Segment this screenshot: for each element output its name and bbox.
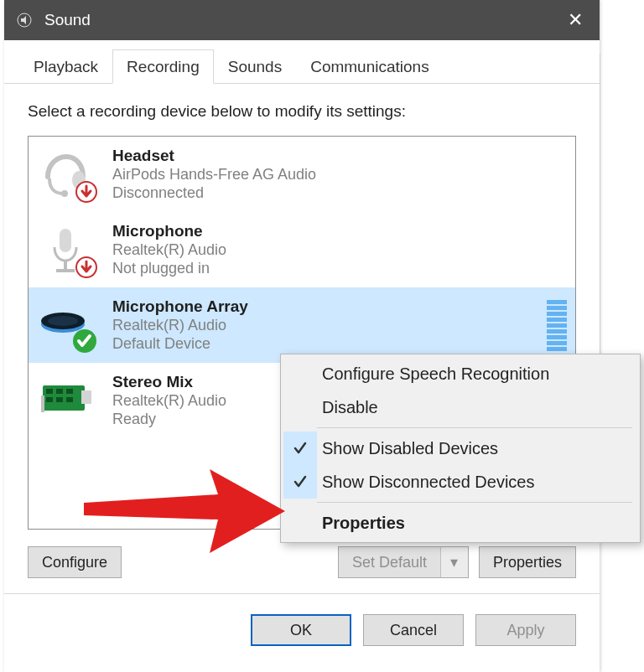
chevron-down-icon: ▾ <box>450 553 458 571</box>
menu-gutter <box>283 390 317 424</box>
svg-rect-20 <box>81 390 91 404</box>
sound-window: Sound ✕ Playback Recording Sounds Commun… <box>4 0 600 672</box>
device-item[interactable]: Headset AirPods Hands-Free AG Audio Disc… <box>29 137 575 212</box>
device-info: Stereo Mix Realtek(R) Audio Ready <box>96 373 226 429</box>
device-provider: Realtek(R) Audio <box>112 240 226 260</box>
device-provider: Realtek(R) Audio <box>112 316 248 335</box>
device-status: Not plugged in <box>112 259 226 278</box>
svg-rect-5 <box>64 261 67 269</box>
device-name: Microphone Array <box>112 297 248 316</box>
svg-rect-17 <box>56 397 63 402</box>
device-status: Disconnected <box>112 184 316 203</box>
device-item[interactable]: Microphone Realtek(R) Audio Not plugged … <box>29 212 575 287</box>
unplugged-badge-icon <box>75 256 97 282</box>
prompt-text: Select a recording device below to modif… <box>4 84 600 131</box>
tab-communications[interactable]: Communications <box>296 49 444 83</box>
device-name: Stereo Mix <box>112 373 226 391</box>
close-button[interactable]: ✕ <box>551 0 600 40</box>
stereo-mix-icon <box>35 370 96 431</box>
menu-separator <box>317 502 632 503</box>
window-title: Sound <box>44 11 91 29</box>
ok-button[interactable]: OK <box>251 614 351 646</box>
tab-playback[interactable]: Playback <box>19 49 112 83</box>
svg-point-2 <box>61 190 68 197</box>
level-meter <box>547 300 567 351</box>
ctx-label: Show Disconnected Devices <box>317 473 534 492</box>
ctx-show-disconnected[interactable]: Show Disconnected Devices <box>283 465 637 499</box>
svg-point-10 <box>48 316 78 326</box>
menu-separator <box>317 427 632 428</box>
dialog-footer: OK Cancel Apply <box>4 593 600 646</box>
tabstrip: Playback Recording Sounds Communications <box>4 47 600 84</box>
apply-button[interactable]: Apply <box>475 614 576 646</box>
svg-rect-4 <box>60 229 71 252</box>
svg-rect-19 <box>41 395 44 412</box>
set-default-dropdown[interactable]: ▾ <box>440 546 469 578</box>
client-area: Playback Recording Sounds Communications… <box>4 47 600 658</box>
menu-gutter <box>283 357 317 390</box>
context-menu[interactable]: Configure Speech Recognition Disable Sho… <box>280 354 641 543</box>
device-status: Ready <box>112 410 226 429</box>
svg-rect-13 <box>46 389 53 394</box>
properties-button[interactable]: Properties <box>479 546 576 578</box>
device-info: Headset AirPods Hands-Free AG Audio Disc… <box>96 147 316 203</box>
ctx-label: Configure Speech Recognition <box>317 364 549 384</box>
svg-rect-18 <box>66 397 73 402</box>
ctx-show-disabled[interactable]: Show Disabled Devices <box>283 432 637 465</box>
default-check-badge-icon <box>72 328 97 357</box>
device-item-selected[interactable]: Microphone Array Realtek(R) Audio Defaul… <box>29 287 575 363</box>
set-default-button[interactable]: Set Default <box>338 546 440 578</box>
svg-rect-15 <box>66 389 73 394</box>
titlebar: Sound ✕ <box>4 0 600 40</box>
device-status: Default Device <box>112 334 248 354</box>
device-info: Microphone Array Realtek(R) Audio Defaul… <box>96 297 248 354</box>
ctx-disable[interactable]: Disable <box>283 390 637 424</box>
microphone-icon <box>35 220 96 280</box>
menu-gutter <box>283 506 317 540</box>
disconnected-badge-icon <box>75 181 97 206</box>
ctx-properties[interactable]: Properties <box>283 506 637 540</box>
sound-app-icon <box>16 12 33 28</box>
svg-rect-14 <box>56 389 63 394</box>
ctx-label: Disable <box>317 398 378 417</box>
configure-button[interactable]: Configure <box>28 546 122 578</box>
check-icon <box>283 465 317 499</box>
device-provider: AirPods Hands-Free AG Audio <box>112 165 316 184</box>
ctx-configure-speech[interactable]: Configure Speech Recognition <box>283 357 637 390</box>
mic-array-icon <box>35 295 96 355</box>
device-info: Microphone Realtek(R) Audio Not plugged … <box>96 222 226 278</box>
ctx-label: Properties <box>317 514 405 533</box>
device-name: Microphone <box>112 222 226 240</box>
headset-icon <box>35 144 96 204</box>
tab-sounds[interactable]: Sounds <box>214 49 296 83</box>
ctx-label: Show Disabled Devices <box>317 439 498 458</box>
cancel-button[interactable]: Cancel <box>363 614 464 646</box>
device-provider: Realtek(R) Audio <box>112 391 226 411</box>
svg-rect-16 <box>46 397 53 402</box>
svg-rect-6 <box>56 269 75 272</box>
device-name: Headset <box>112 147 316 165</box>
check-icon <box>283 432 317 465</box>
tab-recording[interactable]: Recording <box>112 49 214 84</box>
